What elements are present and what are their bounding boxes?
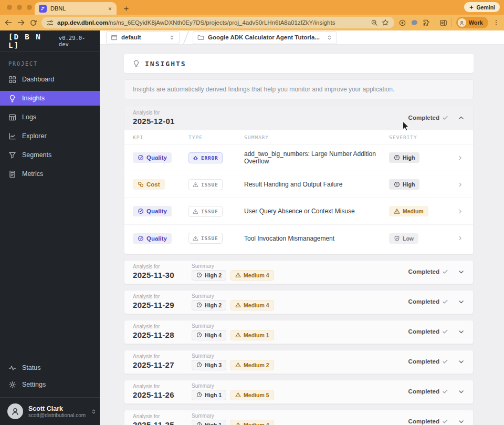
chevron-right-icon[interactable] bbox=[457, 235, 473, 241]
analysis-panel-collapsed[interactable]: Analysis for2025-11-25 Summary High 1 Me… bbox=[124, 410, 474, 425]
info-banner: Insights are automatically derived findi… bbox=[124, 79, 474, 99]
site-settings-icon[interactable] bbox=[47, 19, 54, 26]
window-minimize-button[interactable] bbox=[17, 5, 22, 10]
severity-badge: High bbox=[389, 179, 419, 190]
back-icon[interactable] bbox=[4, 18, 13, 27]
chevron-right-icon[interactable] bbox=[457, 182, 473, 188]
window-zoom-button[interactable] bbox=[27, 5, 32, 10]
circle-exclaim-icon bbox=[196, 302, 202, 308]
chevron-down-icon[interactable] bbox=[458, 358, 465, 365]
high-count-badge: High 2 bbox=[192, 300, 226, 310]
user-menu[interactable]: Scott Clark scott@distributional.com bbox=[0, 397, 100, 425]
browser-tab[interactable]: DBNL bbox=[35, 2, 117, 15]
summary-label: Summary bbox=[192, 323, 408, 329]
zoom-icon[interactable] bbox=[371, 19, 378, 26]
status-badge: Completed bbox=[408, 418, 448, 424]
new-tab-button[interactable] bbox=[123, 5, 130, 12]
chevron-up-icon[interactable] bbox=[458, 115, 465, 121]
analysis-date: 2025-11-27 bbox=[133, 360, 192, 369]
chat-extension-icon[interactable] bbox=[411, 19, 418, 27]
bookmark-star-icon[interactable] bbox=[382, 19, 389, 26]
namespace-select[interactable]: default bbox=[106, 31, 180, 44]
warning-triangle-icon bbox=[235, 392, 241, 398]
kpi-badge: Quality bbox=[133, 233, 172, 244]
extension-badge-icon[interactable] bbox=[398, 19, 406, 27]
insight-row[interactable]: Quality ERROR add_two_big_numbers: Large… bbox=[124, 144, 473, 171]
reload-icon[interactable] bbox=[29, 19, 37, 27]
analysis-panel-collapsed[interactable]: Analysis for2025-11-26 Summary High 1 Me… bbox=[124, 380, 474, 404]
sidebar-item-settings[interactable]: Settings bbox=[0, 377, 100, 392]
medium-count-badge: Medium 4 bbox=[230, 270, 274, 281]
sidebar-item-label: Dashboard bbox=[22, 76, 54, 83]
user-name: Scott Clark bbox=[28, 405, 86, 412]
chevron-down-icon[interactable] bbox=[458, 268, 465, 275]
status-badge: Completed bbox=[408, 115, 448, 121]
tab-close-icon[interactable] bbox=[108, 6, 112, 11]
chevron-down-icon[interactable] bbox=[458, 298, 465, 305]
high-count-badge: High 3 bbox=[192, 360, 226, 370]
circle-exclaim-icon bbox=[196, 392, 202, 398]
insight-row[interactable]: Quality ISSUE User Query Absence or Cont… bbox=[124, 198, 473, 225]
analysis-panel-collapsed[interactable]: Analysis for2025-11-28 Summary High 4 Me… bbox=[124, 320, 474, 344]
chevron-down-icon[interactable] bbox=[458, 418, 465, 425]
warning-triangle-icon bbox=[235, 422, 241, 425]
insight-row[interactable]: Cost ISSUE Result Handling and Output Fa… bbox=[124, 171, 473, 198]
analysis-date: 2025-11-30 bbox=[133, 271, 192, 279]
profile-avatar bbox=[458, 18, 466, 27]
chevron-right-icon[interactable] bbox=[457, 209, 473, 214]
url-text[interactable]: app.dev.dbnl.com/ns/ns_6EQyidK8jAwDXNth0… bbox=[57, 19, 367, 26]
circle-exclaim-icon bbox=[196, 422, 202, 425]
insight-row[interactable]: Quality ISSUE Tool Invocation Mismanagem… bbox=[124, 225, 473, 252]
high-count-badge: High 1 bbox=[192, 390, 226, 400]
panel-header[interactable]: Analysis for 2025-12-01 Completed bbox=[124, 106, 473, 130]
sidebar-item-status[interactable]: Status bbox=[0, 360, 100, 375]
chevron-down-icon[interactable] bbox=[458, 388, 465, 395]
insight-summary: add_two_big_numbers: Large Number Additi… bbox=[244, 150, 389, 165]
status-badge: Completed bbox=[408, 298, 448, 305]
window-close-button[interactable] bbox=[7, 5, 12, 10]
side-panel-icon[interactable] bbox=[439, 19, 447, 27]
sidebar-item-label: Metrics bbox=[22, 170, 43, 178]
chevron-down-icon[interactable] bbox=[458, 328, 465, 335]
user-email: scott@distributional.com bbox=[28, 412, 86, 418]
chevron-right-icon[interactable] bbox=[457, 155, 473, 161]
main-area: default Google ADK Calculator Agent Tuto… bbox=[100, 30, 504, 425]
project-select[interactable]: Google ADK Calculator Agent Tutoria... bbox=[193, 31, 337, 44]
chart-icon bbox=[8, 132, 16, 140]
analysis-panel-collapsed[interactable]: Analysis for2025-11-29 Summary High 2 Me… bbox=[124, 290, 474, 314]
sidebar-item-logs[interactable]: Logs bbox=[0, 110, 100, 125]
page-title: INSIGHTS bbox=[145, 60, 186, 68]
warning-triangle-icon bbox=[193, 235, 198, 241]
chevron-updown-icon bbox=[327, 35, 332, 40]
sparkle-icon bbox=[469, 5, 474, 10]
project-section-label: PROJECT bbox=[0, 52, 100, 70]
chevron-updown-icon bbox=[91, 409, 97, 414]
sidebar-item-dashboard[interactable]: Dashboard bbox=[0, 72, 100, 87]
extensions-puzzle-icon[interactable] bbox=[423, 19, 430, 27]
tab-title: DBNL bbox=[50, 5, 104, 12]
forward-icon[interactable] bbox=[17, 18, 25, 27]
status-badge: Completed bbox=[408, 328, 448, 335]
profile-button[interactable]: Work bbox=[456, 17, 488, 28]
menu-kebab-icon[interactable] bbox=[492, 19, 500, 26]
analysis-date: 2025-11-25 bbox=[133, 420, 192, 425]
sidebar-item-insights[interactable]: Insights bbox=[0, 91, 100, 106]
analysis-panel-collapsed[interactable]: Analysis for2025-11-30 Summary High 2 Me… bbox=[124, 260, 474, 284]
project-value: Google ADK Calculator Agent Tutoria... bbox=[208, 34, 320, 40]
window-controls[interactable] bbox=[7, 5, 32, 10]
sidebar-item-explorer[interactable]: Explorer bbox=[0, 129, 100, 143]
column-severity: SEVERITY bbox=[389, 134, 457, 140]
address-bar[interactable]: app.dev.dbnl.com/ns/ns_6EQyidK8jAwDXNth0… bbox=[41, 17, 394, 28]
sidebar-item-metrics[interactable]: Metrics bbox=[0, 167, 100, 181]
sidebar-item-segments[interactable]: Segments bbox=[0, 148, 100, 162]
analysis-panel-expanded: Analysis for 2025-12-01 Completed bbox=[124, 106, 474, 254]
toolbar-divider bbox=[435, 18, 435, 27]
lightbulb-icon bbox=[132, 60, 140, 68]
breadcrumb-slash bbox=[183, 31, 189, 44]
url-path: /ns/ns_6EQyidK8jAwDXNth0Ey7DS/projects/p… bbox=[108, 19, 335, 26]
summary-label: Summary bbox=[192, 293, 408, 299]
analysis-panel-collapsed[interactable]: Analysis for2025-11-27 Summary High 3 Me… bbox=[124, 350, 474, 374]
gemini-button[interactable]: Gemini bbox=[464, 2, 500, 12]
high-count-badge: High 2 bbox=[192, 270, 226, 281]
warning-triangle-icon bbox=[235, 302, 241, 308]
